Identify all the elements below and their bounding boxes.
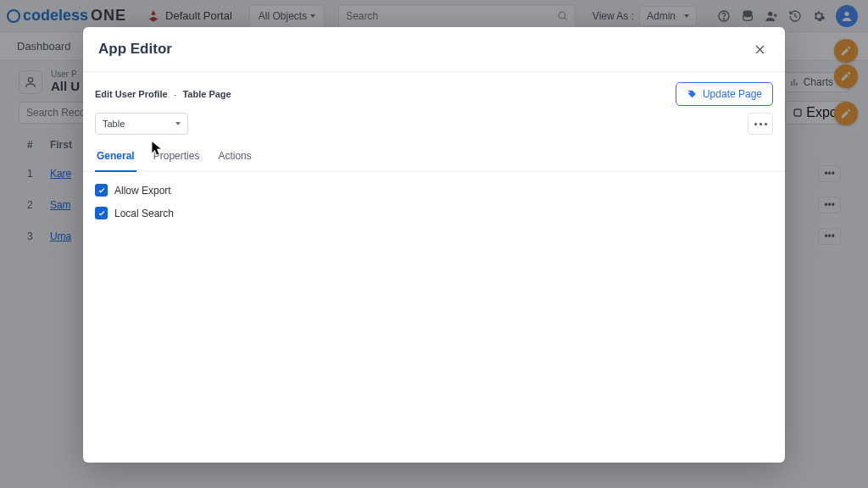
breadcrumb: Edit User Profile - Table Page	[95, 89, 231, 99]
close-icon	[754, 43, 766, 56]
modal-title: App Editor	[98, 41, 172, 58]
more-options-button[interactable]	[748, 113, 773, 135]
local-search-checkbox[interactable]	[95, 207, 108, 219]
caret-down-icon	[175, 122, 181, 125]
modal-close-button[interactable]	[749, 39, 770, 59]
allow-export-row[interactable]: Allow Export	[95, 184, 773, 197]
crumb-object: User Profile	[115, 89, 168, 99]
layout-type-select[interactable]: Table	[95, 113, 188, 135]
check-icon	[97, 186, 106, 195]
modal-body: Allow Export Local Search	[83, 172, 785, 231]
update-page-button[interactable]: Update Page	[676, 82, 773, 106]
update-page-label: Update Page	[703, 88, 762, 100]
crumb-edit: Edit	[95, 89, 113, 99]
crumb-table: Table	[182, 89, 206, 99]
modal-header: App Editor	[83, 27, 785, 72]
app-editor-modal: App Editor Edit User Profile - Table Pag…	[83, 27, 785, 463]
check-icon	[97, 209, 106, 218]
tab-properties[interactable]: Properties	[152, 143, 202, 171]
modal-subheader: Edit User Profile - Table Page Update Pa…	[83, 72, 785, 113]
tab-general[interactable]: General	[95, 143, 136, 172]
local-search-label: Local Search	[114, 208, 174, 219]
tag-icon	[687, 89, 698, 100]
allow-export-label: Allow Export	[114, 185, 171, 197]
crumb-page: Page	[209, 89, 231, 99]
allow-export-checkbox[interactable]	[95, 184, 108, 197]
editor-tabs: General Properties Actions	[83, 143, 785, 172]
layout-type-value: Table	[103, 119, 125, 129]
local-search-row[interactable]: Local Search	[95, 207, 773, 219]
modal-toolbar: Table	[83, 113, 785, 143]
tab-actions[interactable]: Actions	[216, 143, 253, 171]
